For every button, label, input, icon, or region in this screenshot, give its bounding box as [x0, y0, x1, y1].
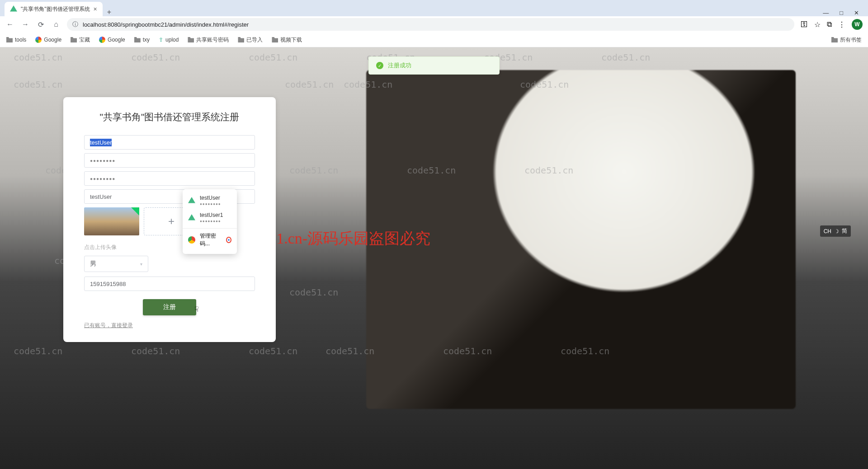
password-suggestion-item[interactable]: testUser1 ●●●●●●●● [183, 209, 237, 226]
folder-icon [71, 37, 77, 42]
password-key-icon[interactable]: ⚿ [801, 20, 808, 28]
url-input[interactable]: ⓘ localhost:8080/springbootmbc21/admin/d… [67, 18, 794, 31]
folder-icon [6, 37, 13, 42]
folder-icon [272, 37, 278, 42]
all-bookmarks[interactable]: 所有书签 [831, 36, 862, 44]
close-tab-icon[interactable]: × [94, 5, 97, 13]
card-title: "共享书角"图书借还管理系统注册 [84, 111, 255, 123]
folder-icon [238, 37, 244, 42]
bookmark-txy[interactable]: txy [134, 37, 150, 43]
uploaded-avatar-thumbnail[interactable] [84, 207, 139, 235]
tab-bar: "共享书角"图书借还管理系统 × + — □ ✕ [0, 0, 868, 16]
register-card: "共享书角"图书借还管理系统注册 testUser ●●●●●●●● ●●●●●… [63, 97, 276, 342]
chrome-icon [188, 236, 195, 244]
vue-site-icon [188, 197, 195, 204]
bookmark-google[interactable]: Google [35, 37, 61, 43]
login-link[interactable]: 已有账号，直接登录 [84, 322, 133, 328]
bookmark-tools[interactable]: tools [6, 37, 26, 43]
password-input[interactable]: ●●●●●●●● [84, 153, 255, 168]
minimize-button[interactable]: — [823, 9, 829, 16]
bookmark-shared-pw[interactable]: 共享账号密码 [188, 36, 229, 44]
bookmarks-bar: tools Google 宝藏 Google txy ⇪uplod 共享账号密码… [0, 33, 868, 47]
confirm-password-input[interactable]: ●●●●●●●● [84, 171, 255, 186]
google-icon [99, 37, 105, 43]
tab-title: "共享书角"图书借还管理系统 [21, 5, 90, 13]
upload-success-badge-icon [131, 207, 139, 216]
gender-value: 男 [90, 260, 96, 268]
bookmark-google2[interactable]: Google [99, 37, 125, 43]
folder-icon [831, 37, 838, 42]
chevron-down-icon: ▾ [140, 262, 142, 267]
bookmark-imported[interactable]: 已导入 [238, 36, 263, 44]
google-passwords-icon [226, 237, 231, 243]
password-suggestion-item[interactable]: testUser ●●●●●●●● [183, 192, 237, 209]
profile-avatar[interactable]: W [852, 19, 863, 30]
bookmark-star-icon[interactable]: ☆ [814, 20, 821, 29]
forward-button[interactable]: → [21, 20, 30, 29]
window-controls: — □ ✕ [814, 9, 868, 16]
ime-indicator[interactable]: CH ☽ 简 [820, 225, 851, 237]
manage-passwords-button[interactable]: 管理密码... [183, 228, 237, 251]
username-input[interactable]: testUser [84, 135, 255, 150]
google-icon [35, 37, 42, 43]
back-button[interactable]: ← [5, 20, 14, 29]
vue-site-icon [188, 214, 195, 221]
folder-icon [188, 37, 194, 42]
address-bar: ← → ⟳ ⌂ ⓘ localhost:8080/springbootmbc21… [0, 16, 868, 33]
close-window-button[interactable]: ✕ [854, 9, 859, 16]
new-tab-button[interactable]: + [103, 8, 116, 16]
upload-icon: ⇪ [159, 37, 163, 43]
success-check-icon: ✓ [376, 62, 383, 69]
extensions-icon[interactable]: ⧉ [827, 20, 832, 28]
register-button[interactable]: 注册 [143, 299, 196, 315]
bookmark-treasure[interactable]: 宝藏 [71, 36, 90, 44]
url-text: localhost:8080/springbootmbc21/admin/dis… [83, 21, 249, 28]
reload-button[interactable]: ⟳ [36, 20, 45, 29]
gender-select[interactable]: 男 ▾ [84, 256, 148, 272]
vue-favicon-icon [10, 5, 17, 13]
phone-input[interactable] [84, 277, 255, 291]
menu-icon[interactable]: ⋮ [838, 20, 845, 29]
background-book-image [366, 70, 796, 409]
success-toast: ✓ 注册成功 [368, 56, 500, 75]
browser-tab[interactable]: "共享书角"图书借还管理系统 × [5, 2, 103, 16]
bookmark-uplod[interactable]: ⇪uplod [159, 37, 179, 43]
bookmark-video-dl[interactable]: 视频下载 [272, 36, 302, 44]
browser-chrome: "共享书角"图书借还管理系统 × + — □ ✕ ← → ⟳ ⌂ ⓘ local… [0, 0, 868, 47]
toast-text: 注册成功 [388, 61, 411, 70]
moon-icon: ☽ [834, 228, 839, 234]
maximize-button[interactable]: □ [840, 9, 843, 16]
password-suggestion-dropdown: testUser ●●●●●●●● testUser1 ●●●●●●●● 管理密… [183, 189, 237, 254]
folder-icon [134, 37, 141, 42]
site-info-icon[interactable]: ⓘ [72, 20, 78, 28]
page-content: code51.cn code51.cn code51.cn code51.cn … [0, 47, 868, 469]
home-button[interactable]: ⌂ [52, 20, 61, 29]
